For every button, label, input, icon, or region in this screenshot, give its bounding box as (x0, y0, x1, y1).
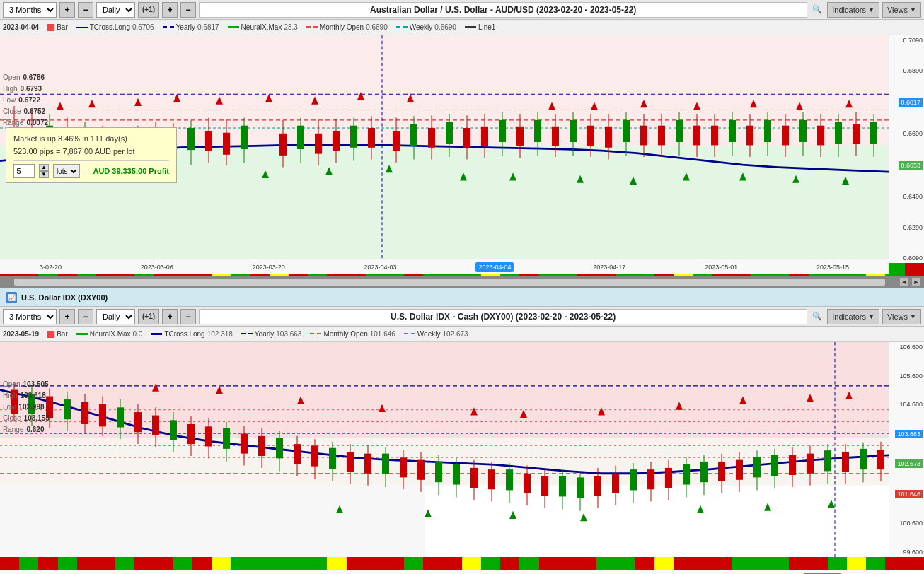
svg-rect-102 (729, 120, 736, 142)
time-highlight: 2023-04-04 (475, 262, 514, 272)
svg-rect-78 (516, 127, 524, 146)
svg-rect-60 (350, 126, 357, 148)
svg-rect-68 (428, 128, 435, 148)
divider-controls: ◄ ► (899, 277, 921, 287)
svg-rect-106 (764, 120, 771, 142)
price-label-7: 0.6290 (891, 224, 923, 231)
top-zoom-in-btn[interactable]: + (59, 2, 75, 18)
svg-rect-100 (711, 126, 718, 146)
bottom-search-btn[interactable]: 🔍 (810, 309, 824, 324)
top-add-btn[interactable]: + (162, 2, 178, 18)
bottom-chart-panel: 📈 U.S. Dollar IDX (DXY00) 3 Months + − D… (0, 288, 924, 574)
top-timeframe-select[interactable]: 3 Months (3, 2, 57, 18)
time-label-5: 2023-04-17 (593, 264, 625, 271)
svg-rect-193 (435, 462, 442, 482)
bottom-time-axis: 3-02-20 2023-03-06 2023-03-20 2023-04-03… (0, 570, 889, 574)
svg-rect-173 (258, 436, 265, 456)
svg-rect-167 (205, 426, 212, 446)
lots-down-btn[interactable]: ▼ (39, 171, 49, 178)
bottom-indicators-btn[interactable]: Indicators▼ (827, 309, 879, 324)
bottom-sub-btn[interactable]: − (180, 309, 196, 324)
top-legend-yearly: Yearly 0.6817 (163, 23, 219, 31)
price-label-4: 0.6690 (891, 130, 923, 137)
svg-rect-86 (587, 126, 594, 146)
svg-rect-235 (807, 454, 814, 474)
svg-rect-199 (488, 469, 495, 489)
price-label-2: 0.6890 (891, 67, 923, 74)
svg-rect-207 (559, 476, 566, 496)
svg-rect-243 (877, 450, 884, 469)
top-search-btn[interactable]: 🔍 (810, 2, 824, 18)
b-price-1: 106.600 (891, 344, 923, 351)
bottom-timeframe-select[interactable]: 3 Months (3, 309, 57, 324)
svg-rect-133 (0, 342, 889, 438)
top-legend-weekly: Weekly 0.6690 (396, 23, 456, 31)
divider-right-btn[interactable]: ► (911, 277, 921, 287)
svg-rect-114 (835, 122, 842, 144)
svg-rect-223 (700, 462, 708, 482)
top-indicators-btn[interactable]: Indicators▼ (827, 2, 879, 18)
scroll-thumb[interactable] (14, 279, 885, 286)
time-label-3: 2023-03-20 (253, 264, 285, 271)
svg-rect-215 (630, 469, 637, 490)
svg-rect-80 (534, 120, 541, 142)
bottom-legend-bar: 2023-05-19 Bar NeuralX.Max 0.0 TCross.Lo… (0, 327, 924, 342)
bottom-price-axis: 106.600 105.600 104.600 103.663 102.673 … (889, 342, 924, 557)
bottom-views-btn[interactable]: Views▼ (882, 309, 921, 324)
chart-divider: ◄ ► (0, 276, 924, 288)
bottom-legend-bar: Bar (47, 330, 68, 338)
svg-rect-82 (552, 127, 559, 146)
svg-rect-32 (223, 133, 230, 155)
svg-rect-187 (382, 454, 389, 474)
svg-marker-257 (509, 511, 516, 519)
tooltip-calc: ▲ ▼ lots = AUD 39,335.00 Profit (13, 160, 169, 178)
svg-rect-185 (364, 454, 371, 474)
bottom-zoom-in-btn[interactable]: + (59, 309, 75, 324)
top-tooltip: Market is up 8.46% in 111 day(s) 523.00 … (6, 127, 177, 183)
price-label-3-wrap: 0.6817 (891, 98, 923, 107)
top-zoom-out-btn[interactable]: − (78, 2, 93, 18)
top-toolbar: 3 Months + − Daily (+1) + − Australian D… (0, 0, 924, 20)
b-price-2: 105.600 (891, 373, 923, 380)
top-views-btn[interactable]: Views▼ (882, 2, 921, 18)
bottom-chart-svg (0, 342, 889, 557)
bottom-add-btn[interactable]: + (162, 309, 178, 324)
divider-left-btn[interactable]: ◄ (899, 277, 909, 287)
top-period-select[interactable]: Daily (96, 2, 135, 18)
b-price-h2-wrap: 102.673 (891, 459, 923, 468)
svg-marker-256 (425, 509, 432, 517)
top-time-axis: 3-02-20 2023-03-06 2023-03-20 2023-04-03… (0, 259, 889, 274)
svg-rect-233 (789, 455, 796, 475)
svg-rect-66 (410, 124, 417, 146)
bottom-period-select[interactable]: Daily (96, 309, 135, 324)
svg-marker-260 (764, 503, 771, 510)
svg-rect-88 (605, 127, 612, 148)
svg-rect-58 (333, 131, 340, 151)
svg-rect-104 (746, 126, 753, 146)
lots-type-select[interactable]: lots (53, 164, 80, 178)
bottom-zoom-out-btn[interactable]: − (78, 309, 93, 324)
svg-rect-213 (612, 474, 619, 493)
lots-spinner: ▲ ▼ (39, 164, 49, 178)
svg-rect-161 (152, 416, 159, 435)
b-price-highlight-1: 103.663 (895, 430, 923, 438)
bottom-legend-weekly: Weekly 102.673 (404, 330, 468, 338)
bottom-panel-title-bar: 📈 U.S. Dollar IDX (DXY00) (0, 288, 924, 307)
svg-rect-52 (279, 134, 287, 156)
b-price-4: 100.600 (891, 520, 923, 527)
svg-rect-183 (347, 452, 354, 472)
svg-rect-94 (658, 126, 665, 146)
svg-marker-258 (580, 513, 587, 521)
top-sub-btn[interactable]: − (180, 2, 196, 18)
svg-rect-96 (676, 120, 683, 142)
lots-input[interactable] (13, 164, 35, 178)
top-legend-bar: 2023-04-04 Bar TCross.Long 0.6706 Yearly… (0, 20, 924, 35)
svg-rect-219 (665, 468, 672, 488)
profit-text: AUD 39,335.00 Profit (93, 165, 169, 177)
time-label-4: 2023-04-03 (364, 264, 397, 271)
top-ohlc-info: Open 0.6786 High 0.6793 Low 0.6722 Close… (3, 72, 48, 129)
bottom-legend-tc: TCross.Long 102.318 (151, 330, 232, 338)
svg-rect-28 (187, 128, 195, 150)
lots-up-btn[interactable]: ▲ (39, 164, 49, 171)
svg-rect-197 (470, 468, 478, 488)
